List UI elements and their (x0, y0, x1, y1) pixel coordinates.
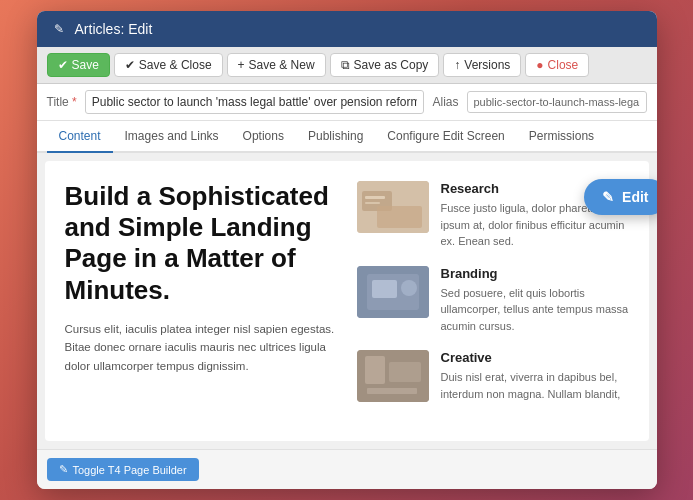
edit-fab-button[interactable]: ✎ Edit (584, 179, 656, 215)
alias-label: Alias (432, 95, 458, 109)
save-close-button[interactable]: ✔ Save & Close (114, 53, 223, 77)
right-column: Research Fusce justo ligula, dolor phare… (357, 181, 629, 421)
left-column: Build a Sophisticated and Simple Landing… (65, 181, 337, 421)
creative-img-fill (357, 350, 429, 402)
hero-title: Build a Sophisticated and Simple Landing… (65, 181, 337, 306)
research-image (357, 181, 429, 233)
svg-point-8 (401, 280, 417, 296)
save-new-plus-icon: + (238, 58, 245, 72)
alias-input[interactable] (467, 91, 647, 113)
title-row: Title * Alias (37, 84, 657, 121)
toggle-page-builder-button[interactable]: ✎ Toggle T4 Page Builder (47, 458, 199, 481)
save-close-check-icon: ✔ (125, 58, 135, 72)
save-copy-icon: ⧉ (341, 58, 350, 72)
save-new-button[interactable]: + Save & New (227, 53, 326, 77)
bottom-bar: ✎ Toggle T4 Page Builder (37, 449, 657, 489)
svg-rect-3 (365, 196, 385, 199)
svg-rect-11 (389, 362, 421, 382)
svg-rect-2 (377, 206, 422, 228)
feature-branding: Branding Sed posuere, elit quis lobortis… (357, 266, 629, 335)
creative-text: Creative Duis nisl erat, viverra in dapi… (441, 350, 629, 402)
branding-description: Sed posuere, elit quis lobortis ullamcor… (441, 285, 629, 335)
save-button[interactable]: ✔ Save (47, 53, 110, 77)
toolbar: ✔ Save ✔ Save & Close + Save & New ⧉ Sav… (37, 47, 657, 84)
window-title: Articles: Edit (75, 21, 153, 37)
titlebar: ✎ Articles: Edit (37, 11, 657, 47)
versions-button[interactable]: ↑ Versions (443, 53, 521, 77)
toggle-pencil-icon: ✎ (59, 463, 68, 476)
branding-img-fill (357, 266, 429, 318)
tab-permissions[interactable]: Permissions (517, 121, 606, 153)
close-button[interactable]: ● Close (525, 53, 589, 77)
creative-title: Creative (441, 350, 629, 365)
content-area: Build a Sophisticated and Simple Landing… (45, 161, 649, 441)
pencil-icon: ✎ (51, 21, 67, 37)
tab-options[interactable]: Options (231, 121, 296, 153)
tab-content[interactable]: Content (47, 121, 113, 153)
save-copy-button[interactable]: ⧉ Save as Copy (330, 53, 440, 77)
svg-rect-7 (372, 280, 397, 298)
save-check-icon: ✔ (58, 58, 68, 72)
svg-rect-10 (365, 356, 385, 384)
tabs-bar: Content Images and Links Options Publish… (37, 121, 657, 153)
title-input[interactable] (85, 90, 425, 114)
tab-publishing[interactable]: Publishing (296, 121, 375, 153)
main-window: ✎ Articles: Edit ✔ Save ✔ Save & Close +… (37, 11, 657, 489)
creative-description: Duis nisl erat, viverra in dapibus bel, … (441, 369, 629, 402)
tab-images-links[interactable]: Images and Links (113, 121, 231, 153)
creative-image (357, 350, 429, 402)
branding-title: Branding (441, 266, 629, 281)
close-circle-icon: ● (536, 58, 543, 72)
required-asterisk: * (72, 95, 77, 109)
edit-fab-pencil-icon: ✎ (602, 189, 614, 205)
tab-configure-edit-screen[interactable]: Configure Edit Screen (375, 121, 516, 153)
title-label: Title * (47, 95, 77, 109)
svg-rect-4 (365, 202, 380, 204)
versions-upload-icon: ↑ (454, 58, 460, 72)
edit-fab-label: Edit (622, 189, 648, 205)
branding-image (357, 266, 429, 318)
research-img-fill (357, 181, 429, 233)
svg-rect-12 (367, 388, 417, 394)
hero-body: Cursus elit, iaculis platea integer nisl… (65, 320, 337, 375)
feature-creative: Creative Duis nisl erat, viverra in dapi… (357, 350, 629, 402)
branding-text: Branding Sed posuere, elit quis lobortis… (441, 266, 629, 335)
